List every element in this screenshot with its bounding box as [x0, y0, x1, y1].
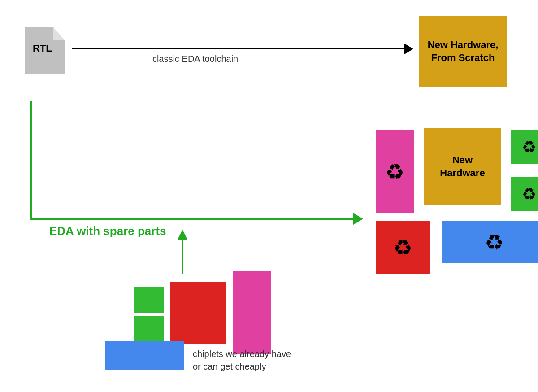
pink-tall-box: ♻	[376, 130, 414, 213]
chiplets-label-line2: or can get cheaply	[193, 362, 266, 371]
new-hardware-scratch-box: New Hardware,From Scratch	[419, 16, 507, 87]
recycle-icon-pink: ♻	[385, 159, 404, 184]
classic-eda-arrow	[72, 48, 412, 49]
recycle-icon-red-lower: ♻	[393, 235, 412, 260]
rtl-icon: RTL	[25, 27, 69, 76]
blue-bottom-box	[105, 341, 184, 370]
rtl-label: RTL	[33, 43, 52, 54]
new-hardware-box: NewHardware	[424, 128, 501, 205]
green-axis-horizontal	[30, 218, 362, 220]
red-bottom-box	[170, 282, 226, 344]
recycle-icon-green-bot: ♻	[522, 185, 536, 204]
chiplets-label-line1: chiplets we already have	[193, 349, 291, 359]
new-hardware-scratch-label: New Hardware,From Scratch	[428, 39, 499, 64]
eda-spare-label: EDA with spare parts	[49, 224, 166, 238]
recycle-icon-blue-lower: ♻	[485, 230, 504, 255]
green-axis-vertical	[30, 101, 32, 220]
green-up-arrow	[182, 238, 183, 274]
green-small-box-bottom: ♻	[511, 177, 538, 211]
green-bottom-box-top	[134, 287, 164, 313]
new-hardware-label: NewHardware	[440, 154, 485, 179]
chiplets-label: chiplets we already have or can get chea…	[193, 348, 291, 373]
diagram: RTL classic EDA toolchain New Hardware,F…	[0, 0, 538, 392]
blue-lower-box: ♻	[442, 221, 538, 263]
green-bottom-box-bot	[134, 316, 164, 342]
classic-eda-label: classic EDA toolchain	[152, 54, 238, 64]
pink-bottom-box	[233, 271, 271, 354]
recycle-icon-green-top: ♻	[522, 138, 536, 157]
red-lower-box: ♻	[376, 221, 430, 274]
green-small-box-top: ♻	[511, 130, 538, 164]
rtl-paper: RTL	[25, 27, 65, 74]
